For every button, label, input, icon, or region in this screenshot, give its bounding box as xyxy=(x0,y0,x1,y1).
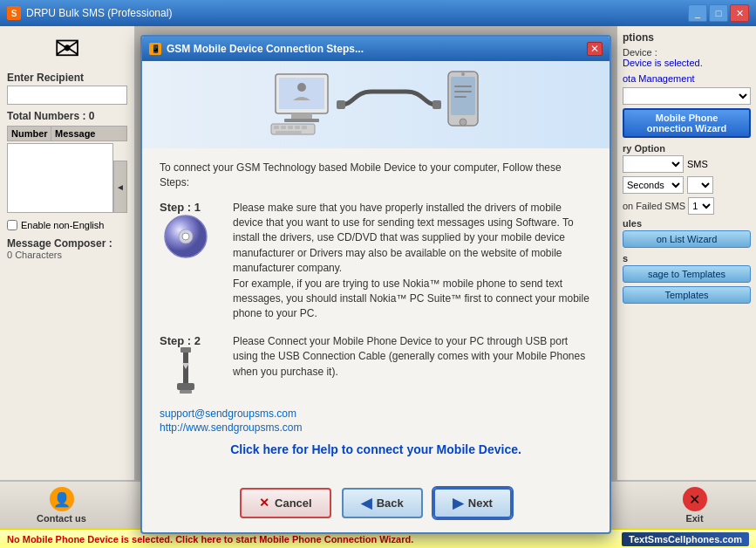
retry-row: SMS xyxy=(623,155,751,173)
svg-rect-7 xyxy=(288,126,293,129)
back-label: Back xyxy=(377,497,404,510)
cancel-label: Cancel xyxy=(275,497,312,510)
wizard-btn-line1: Mobile Phone xyxy=(656,113,719,123)
step2-text: Please Connect your Mobile Phone Device … xyxy=(233,334,592,380)
connection-steps-modal: 📱 GSM Mobile Device Connection Steps... … xyxy=(140,35,611,534)
modal-title: GSM Mobile Device Connection Steps... xyxy=(167,43,587,55)
support-url-link[interactable]: http://www.sendgroupsms.com xyxy=(160,421,592,434)
rules-label: ules xyxy=(623,218,751,229)
status-message[interactable]: No Mobile Phone Device is selected. Clic… xyxy=(7,534,413,545)
close-btn[interactable]: ✕ xyxy=(730,4,749,22)
contact-us-btn[interactable]: 👤 Contact us xyxy=(27,483,97,528)
total-numbers: Total Numbers : 0 xyxy=(7,110,127,122)
enable-checkbox[interactable] xyxy=(7,220,17,230)
seconds-select[interactable]: Seconds xyxy=(623,176,684,194)
svg-rect-5 xyxy=(274,126,279,129)
main-content: ✉ Enter Recipient Total Numbers : 0 Numb… xyxy=(0,26,756,480)
enable-label: Enable non-English xyxy=(21,220,104,230)
step2-label: Step : 2 xyxy=(160,334,221,347)
maximize-btn[interactable]: □ xyxy=(709,4,728,22)
svg-rect-19 xyxy=(454,91,472,92)
right-panel: ptions Device : Device is selected. ota … xyxy=(616,26,756,480)
modal-image-area xyxy=(142,61,610,148)
options-title: ptions xyxy=(623,31,751,44)
intro-text: To connect your GSM Technology based Mob… xyxy=(160,161,592,190)
support-email-link[interactable]: support@sendgroupsms.com xyxy=(160,408,592,420)
svg-rect-12 xyxy=(337,100,345,109)
svg-rect-24 xyxy=(180,347,191,353)
modal-close-btn[interactable]: ✕ xyxy=(587,42,603,56)
back-button[interactable]: ◀ Back xyxy=(342,488,423,518)
step1-text: Please make sure that you have properly … xyxy=(233,201,592,322)
svg-rect-10 xyxy=(276,131,302,134)
cancel-icon: ✕ xyxy=(259,496,269,510)
support-links: support@sendgroupsms.com http://www.send… xyxy=(160,408,592,434)
next-button[interactable]: ▶ Next xyxy=(433,488,512,518)
help-link-text[interactable]: Click here for Help to connect your Mobi… xyxy=(160,442,592,456)
exit-btn[interactable]: ✕ Exit xyxy=(660,483,730,528)
wizard-btn-line2: onnection Wizard xyxy=(647,123,727,134)
exit-icon: ✕ xyxy=(683,487,707,511)
failed-sms-row: on Failed SMS 1 xyxy=(623,197,751,215)
usb-cable-graphic xyxy=(337,79,441,131)
logo-area: ✉ xyxy=(7,33,127,65)
svg-rect-26 xyxy=(177,383,194,390)
cancel-button[interactable]: ✕ Cancel xyxy=(240,488,331,518)
templates-btn[interactable]: Templates xyxy=(623,286,751,304)
contact-us-icon: 👤 xyxy=(50,487,74,511)
step1-label: Step : 1 xyxy=(160,201,221,214)
svg-rect-1 xyxy=(279,78,324,109)
failed-sms-label: on Failed SMS xyxy=(623,201,685,211)
next-icon: ▶ xyxy=(453,495,463,511)
app-logo: ✉ xyxy=(7,33,127,65)
app-title: DRPU Bulk SMS (Professional) xyxy=(26,7,688,19)
back-icon: ◀ xyxy=(361,495,371,511)
svg-point-16 xyxy=(460,119,467,126)
table-header: Number Message xyxy=(7,126,127,141)
seconds-value-select[interactable] xyxy=(687,176,713,194)
number-col-header: Number xyxy=(8,127,51,140)
device-label: Device : xyxy=(623,47,751,58)
enable-non-english[interactable]: Enable non-English xyxy=(7,220,127,230)
sms-label: SMS xyxy=(687,159,708,169)
contact-us-label: Contact us xyxy=(37,513,86,524)
quota-management-link[interactable]: ota Management xyxy=(623,73,751,84)
save-template-btn[interactable]: sage to Templates xyxy=(623,265,751,283)
svg-rect-3 xyxy=(284,119,319,122)
retry-option-label: ry Option xyxy=(623,143,751,154)
step-2-row: Step : 2 xyxy=(160,334,592,395)
modal-titlebar: 📱 GSM Mobile Device Connection Steps... … xyxy=(142,37,610,61)
retry-select[interactable] xyxy=(623,155,684,173)
device-status-link[interactable]: Device is selected. xyxy=(623,58,751,68)
msg-composer-label: Message Composer : xyxy=(7,237,127,250)
list-wizard-btn[interactable]: on List Wizard xyxy=(623,230,751,248)
center-area: 📱 GSM Mobile Device Connection Steps... … xyxy=(135,26,616,480)
failed-count-select[interactable]: 1 xyxy=(688,197,714,215)
quota-dropdown[interactable] xyxy=(623,87,751,105)
brand-label: TextSmsCellphones.com xyxy=(622,532,749,546)
pc-graphic xyxy=(267,70,337,140)
step1-icon xyxy=(160,214,212,259)
scroll-arrow[interactable]: ◄ xyxy=(113,161,127,213)
minimize-btn[interactable]: _ xyxy=(688,4,707,22)
s-label: s xyxy=(623,253,751,264)
title-bar: S DRPU Bulk SMS (Professional) _ □ ✕ xyxy=(0,0,756,26)
svg-point-23 xyxy=(182,233,189,240)
svg-point-17 xyxy=(461,72,465,76)
message-col-header: Message xyxy=(51,127,126,140)
window-controls[interactable]: _ □ ✕ xyxy=(688,4,749,22)
svg-rect-13 xyxy=(432,100,441,109)
char-count: 0 Characters xyxy=(7,250,127,260)
modal-body: To connect your GSM Technology based Mob… xyxy=(142,148,610,481)
app-icon: S xyxy=(7,6,21,20)
enter-recipient-label: Enter Recipient xyxy=(7,72,127,84)
modal-footer: ✕ Cancel ◀ Back ▶ Next xyxy=(142,481,610,532)
svg-rect-2 xyxy=(291,113,312,119)
svg-rect-27 xyxy=(180,390,192,394)
recipient-input[interactable] xyxy=(7,86,127,105)
exit-label: Exit xyxy=(685,513,703,524)
svg-rect-9 xyxy=(302,126,307,129)
phone-graphic xyxy=(441,70,485,140)
connection-wizard-btn[interactable]: Mobile Phone onnection Wizard xyxy=(623,108,751,138)
svg-rect-6 xyxy=(281,126,286,129)
